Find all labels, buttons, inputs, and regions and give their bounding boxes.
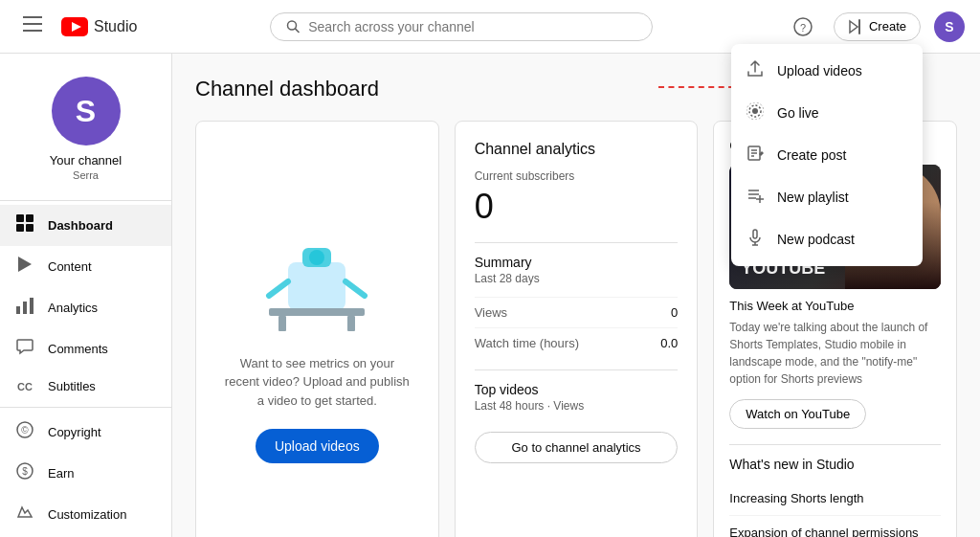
dropdown-menu: Upload videos Go live Create post xyxy=(731,44,923,266)
watch-time-value: 0.0 xyxy=(660,336,678,350)
hamburger-icon xyxy=(23,16,42,36)
customization-icon xyxy=(15,503,34,526)
svg-rect-43 xyxy=(753,230,757,238)
svg-rect-11 xyxy=(26,214,33,222)
topbar-right: ? Create S xyxy=(786,10,965,44)
svg-rect-13 xyxy=(26,224,33,232)
svg-line-30 xyxy=(345,281,365,296)
sidebar-item-earn[interactable]: $ Earn xyxy=(0,453,171,494)
sidebar-label-subtitles: Subtitles xyxy=(48,379,96,393)
dropdown-new-playlist[interactable]: New playlist xyxy=(731,176,923,218)
svg-rect-17 xyxy=(30,298,33,314)
new-item-channel-permissions[interactable]: Expansion of channel permissions xyxy=(729,516,941,537)
sidebar-divider-2 xyxy=(0,407,171,408)
svg-rect-1 xyxy=(23,23,42,25)
sidebar-item-customization[interactable]: Customization xyxy=(0,494,171,535)
svg-rect-27 xyxy=(278,316,286,331)
search-icon xyxy=(286,19,301,34)
upload-videos-button[interactable]: Upload videos xyxy=(256,429,379,463)
watch-time-label: Watch time (hours) xyxy=(475,336,579,350)
svg-rect-12 xyxy=(16,224,24,232)
views-value: 0 xyxy=(671,305,678,320)
subtitles-icon: CC xyxy=(15,381,34,392)
sidebar-label-earn: Earn xyxy=(48,466,74,481)
create-button[interactable]: Create xyxy=(834,12,921,41)
sidebar-item-content[interactable]: Content xyxy=(0,246,171,287)
channel-info: S Your channel Serra xyxy=(0,65,171,196)
go-live-icon xyxy=(746,102,764,123)
sidebar-label-copyright: Copyright xyxy=(48,425,101,439)
menu-button[interactable] xyxy=(15,10,50,44)
sidebar: S Your channel Serra Dashboard Content A… xyxy=(0,54,172,537)
top-videos-title: Top videos xyxy=(475,382,679,397)
sidebar-item-subtitles[interactable]: CC Subtitles xyxy=(0,369,171,403)
avatar-button[interactable]: S xyxy=(934,11,965,42)
svg-text:$: $ xyxy=(22,466,28,477)
help-icon: ? xyxy=(793,17,813,36)
svg-point-25 xyxy=(309,250,324,265)
svg-text:©: © xyxy=(21,425,29,436)
dropdown-upload-videos[interactable]: Upload videos xyxy=(731,50,923,92)
channel-avatar: S xyxy=(52,77,121,145)
dropdown-new-podcast-label: New podcast xyxy=(777,232,855,247)
sidebar-label-dashboard: Dashboard xyxy=(48,218,113,233)
svg-marker-14 xyxy=(18,257,32,272)
svg-point-5 xyxy=(288,21,297,30)
comments-icon xyxy=(15,338,34,360)
search-input[interactable] xyxy=(308,19,636,34)
sidebar-label-customization: Customization xyxy=(48,507,126,522)
watch-time-row: Watch time (hours) 0.0 xyxy=(475,327,679,358)
dropdown-go-live-label: Go live xyxy=(777,105,819,121)
svg-rect-16 xyxy=(23,302,27,314)
new-item-shorts-length[interactable]: Increasing Shorts length xyxy=(729,481,941,516)
dropdown-create-post[interactable]: Create post xyxy=(731,134,923,176)
top-videos-period: Last 48 hours · Views xyxy=(475,399,679,413)
subscribers-label: Current subscribers xyxy=(475,169,679,183)
svg-line-29 xyxy=(269,281,288,296)
dropdown-go-live[interactable]: Go live xyxy=(731,92,923,134)
svg-text:?: ? xyxy=(800,21,806,33)
sidebar-label-analytics: Analytics xyxy=(48,301,98,315)
upload-icon xyxy=(746,60,764,81)
sidebar-item-comments[interactable]: Comments xyxy=(0,328,171,369)
svg-rect-26 xyxy=(269,308,365,316)
upload-hint: Want to see metrics on your recent video… xyxy=(221,354,412,411)
views-label: Views xyxy=(475,305,507,320)
svg-rect-9 xyxy=(858,19,860,34)
views-row: Views 0 xyxy=(475,297,679,327)
upload-card: Want to see metrics on your recent video… xyxy=(195,121,439,537)
sidebar-item-analytics[interactable]: Analytics xyxy=(0,287,171,328)
sidebar-item-dashboard[interactable]: Dashboard xyxy=(0,205,171,246)
upload-illustration xyxy=(250,224,384,339)
summary-title: Summary xyxy=(475,255,679,270)
sidebar-divider-1 xyxy=(0,200,171,201)
svg-rect-2 xyxy=(23,30,42,32)
watch-youtube-button[interactable]: Watch on YouTube xyxy=(729,399,866,429)
sidebar-item-copyright[interactable]: © Copyright xyxy=(0,412,171,453)
search-bar xyxy=(137,12,786,41)
dropdown-new-podcast[interactable]: New podcast xyxy=(731,218,923,260)
svg-rect-15 xyxy=(16,306,20,314)
dropdown-upload-label: Upload videos xyxy=(777,63,862,78)
dashboard-icon xyxy=(15,214,34,236)
whats-new-section: What's new in Studio Increasing Shorts l… xyxy=(729,444,941,537)
avatar-letter: S xyxy=(945,19,953,34)
sidebar-label-content: Content xyxy=(48,259,92,274)
creator-video-title: This Week at YouTube xyxy=(729,299,941,313)
svg-rect-28 xyxy=(347,316,355,331)
new-podcast-icon xyxy=(746,229,764,250)
help-button[interactable]: ? xyxy=(786,10,820,44)
analytics-divider xyxy=(475,242,679,243)
studio-logo-text: Studio xyxy=(94,18,137,35)
earn-icon: $ xyxy=(15,462,34,484)
logo[interactable]: Studio xyxy=(61,17,137,36)
topbar-left: Studio xyxy=(15,10,137,44)
content-icon xyxy=(15,256,34,278)
svg-rect-10 xyxy=(16,214,24,222)
search-input-wrap[interactable] xyxy=(270,12,653,41)
channel-analytics-button[interactable]: Go to channel analytics xyxy=(475,432,679,463)
svg-rect-23 xyxy=(288,262,345,310)
channel-username: Serra xyxy=(73,169,99,181)
create-post-icon xyxy=(746,145,764,166)
channel-name: Your channel xyxy=(50,153,122,168)
